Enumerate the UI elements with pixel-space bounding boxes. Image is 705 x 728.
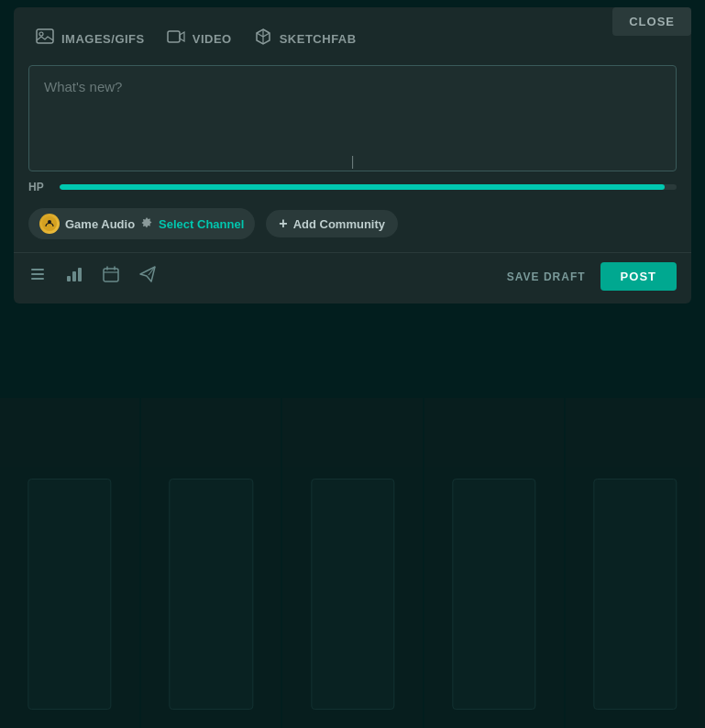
calendar-icon[interactable] [102,265,120,288]
save-draft-button[interactable]: SAVE DRAFT [507,270,586,283]
post-textarea[interactable] [29,66,676,149]
images-label: IMAGES/GIFS [61,32,145,46]
chart-icon[interactable] [65,265,83,288]
svg-rect-9 [72,271,76,281]
svg-point-4 [48,220,51,224]
add-community-button[interactable]: + Add Community [266,210,398,237]
bottom-actions: SAVE DRAFT POST [507,262,677,291]
cursor-indicator: | [29,152,676,171]
svg-rect-7 [31,278,44,280]
bottom-toolbar: SAVE DRAFT POST [14,252,691,303]
svg-point-1 [39,32,43,36]
post-button[interactable]: POST [600,262,677,291]
media-toolbar: IMAGES/GIFS VIDEO SKETCHFAB [14,7,691,65]
video-icon [167,28,185,50]
video-button[interactable]: VIDEO [167,28,232,50]
hp-label: HP [28,181,50,193]
svg-rect-5 [31,269,44,270]
list-icon[interactable] [28,265,47,288]
video-label: VIDEO [193,32,232,46]
select-channel-text[interactable]: Select Channel [159,217,244,231]
svg-rect-6 [31,273,44,275]
svg-rect-10 [78,268,82,281]
channel-community-row: Game Audio Select Channel + Add Communit… [14,201,691,252]
hp-section: HP [14,171,691,201]
hp-bar-fill [60,184,665,190]
add-community-plus-icon: + [279,215,287,232]
sketchfab-button[interactable]: SKETCHFAB [254,28,357,50]
close-button[interactable]: CLOSE [612,7,691,36]
svg-rect-0 [37,29,53,43]
sketchfab-icon [254,28,272,50]
send-icon[interactable] [138,265,157,288]
close-button-area: CLOSE [612,7,691,36]
community-avatar [39,214,60,234]
community-name: Game Audio [65,217,135,231]
svg-rect-11 [104,269,118,281]
sketchfab-label: SKETCHFAB [280,32,357,46]
bottom-icons-group [28,265,507,288]
add-community-text: Add Community [293,217,385,231]
hp-bar-background [60,184,677,190]
post-text-area-wrapper: | [28,65,677,171]
verified-icon [140,216,153,232]
svg-rect-8 [67,276,71,281]
background-panels [0,398,705,728]
svg-rect-2 [168,31,180,42]
images-gifs-button[interactable]: IMAGES/GIFS [36,28,145,50]
channel-selector[interactable]: Game Audio Select Channel [28,208,255,239]
post-modal: IMAGES/GIFS VIDEO SKETCHFAB | [14,7,691,303]
images-icon [36,28,54,50]
